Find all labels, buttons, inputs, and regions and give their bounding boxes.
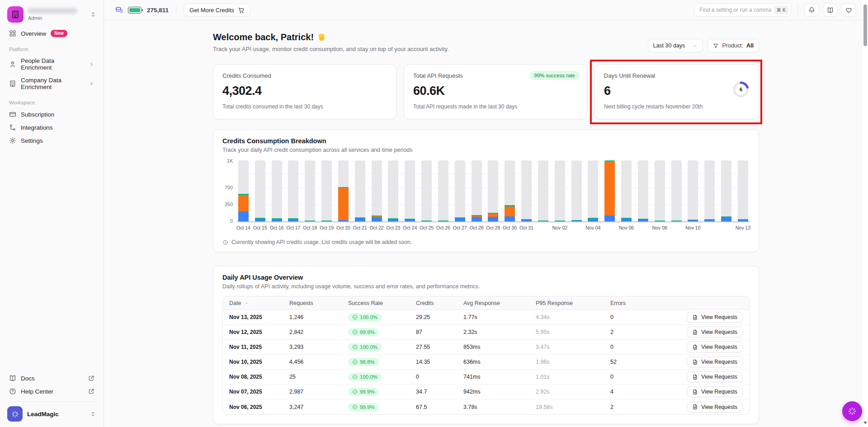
- section-label-workspace: Workspace: [5, 94, 98, 108]
- cell-errors: 0: [610, 314, 665, 320]
- chart-bar[interactable]: [571, 160, 582, 221]
- sidebar-item-subscription[interactable]: Subscription: [5, 108, 98, 121]
- bar-track: [305, 160, 315, 221]
- sidebar-item-company-data-enrichment[interactable]: Company Data Enrichment: [5, 74, 98, 93]
- scrollbar-thumb[interactable]: [863, 5, 867, 46]
- chart-bar[interactable]: Nov 02: [555, 160, 565, 221]
- chart-bar[interactable]: Oct 21: [355, 160, 365, 221]
- search-input[interactable]: [699, 7, 771, 13]
- check-circle-icon: [352, 329, 358, 335]
- cell-credits: 87: [416, 329, 463, 335]
- cell-p95-response: 19.58s: [536, 404, 610, 410]
- view-requests-button[interactable]: View Requests: [687, 312, 743, 323]
- get-more-credits-label: Get More Credits: [189, 7, 234, 14]
- view-requests-button[interactable]: View Requests: [687, 371, 743, 382]
- chart-bar[interactable]: Oct 14: [238, 160, 249, 221]
- sidebar-item-integrations[interactable]: Integrations: [5, 121, 98, 134]
- chart-bar[interactable]: Nov 13: [738, 160, 748, 221]
- chart-bar[interactable]: Oct 28: [472, 160, 482, 221]
- command-search[interactable]: ⌘ K: [694, 3, 791, 17]
- heart-icon: [845, 7, 852, 14]
- chevrons-up-down-icon: [90, 11, 96, 18]
- chart-bar[interactable]: Oct 25: [421, 160, 432, 221]
- chart-bar[interactable]: Oct 17: [288, 160, 298, 221]
- cell-avg-response: 741ms: [463, 374, 536, 380]
- check-circle-icon: [352, 359, 358, 365]
- chart-bar[interactable]: [538, 160, 548, 221]
- assistant-fab[interactable]: [842, 401, 862, 421]
- bar-track: [738, 160, 748, 221]
- chart-bar[interactable]: Oct 22: [372, 160, 382, 221]
- page-scrollbar[interactable]: [863, 0, 868, 427]
- account-switcher[interactable]: Admin: [5, 5, 98, 27]
- column-header-date[interactable]: Date: [229, 300, 289, 306]
- favorites-button[interactable]: [841, 3, 856, 17]
- chart-bar[interactable]: Oct 15: [255, 160, 265, 221]
- chart-bar[interactable]: Oct 29: [488, 160, 498, 221]
- chart-bar[interactable]: Oct 27: [455, 160, 465, 221]
- view-requests-button[interactable]: View Requests: [687, 386, 743, 397]
- docs-button[interactable]: [823, 3, 838, 17]
- cell-p95-response: 2.92s: [536, 389, 610, 395]
- chart-bar[interactable]: [638, 160, 648, 221]
- chart-bar[interactable]: Oct 19: [321, 160, 332, 221]
- date-range-select[interactable]: Last 30 days: [648, 39, 703, 52]
- chart-bar[interactable]: Oct 26: [438, 160, 448, 221]
- sidebar-item-label: Overview: [21, 30, 46, 37]
- date-range-value: Last 30 days: [653, 42, 685, 49]
- view-requests-button[interactable]: View Requests: [687, 402, 743, 413]
- cell-credits: 29.25: [416, 314, 463, 320]
- chart-bar[interactable]: [604, 160, 615, 221]
- chart-bar[interactable]: Nov 04: [588, 160, 598, 221]
- bars-area: Oct 14Oct 15Oct 16Oct 17Oct 18Oct 19Oct …: [238, 160, 748, 221]
- main-area: 275,811 Get More Credits ⌘ K: [104, 0, 868, 427]
- sidebar-item-docs[interactable]: Docs: [5, 372, 98, 385]
- sidebar-item-help-center[interactable]: Help Center: [5, 385, 98, 398]
- stat-value: 6: [604, 84, 750, 98]
- chart-bar[interactable]: Oct 18: [305, 160, 315, 221]
- sidebar-item-settings[interactable]: Settings: [5, 134, 98, 147]
- chart-bar[interactable]: Nov 10: [688, 160, 698, 221]
- cell-errors: 0: [610, 344, 665, 350]
- notifications-button[interactable]: [804, 3, 819, 17]
- chart-bar[interactable]: Oct 23: [388, 160, 398, 221]
- cell-requests: 3,247: [289, 404, 348, 410]
- scrollbar-down-arrow[interactable]: [863, 422, 867, 424]
- credits-battery-indicator: [128, 7, 142, 14]
- view-requests-button[interactable]: View Requests: [687, 342, 743, 352]
- cell-avg-response: 636ms: [463, 359, 536, 365]
- x-axis-label: Oct 22: [370, 225, 384, 230]
- x-axis-label: Oct 18: [303, 225, 317, 230]
- org-switcher[interactable]: LeadMagic: [5, 401, 98, 423]
- file-text-icon: [692, 404, 698, 410]
- view-requests-button[interactable]: View Requests: [687, 357, 743, 367]
- stat-card-days-until-renewal: Days Until Renewal 6 Next billing cycle …: [594, 64, 759, 119]
- chart-bar[interactable]: Oct 24: [405, 160, 415, 221]
- chart-bar[interactable]: Nov 08: [655, 160, 665, 221]
- chart-bar[interactable]: [721, 160, 731, 221]
- chart-bar[interactable]: [704, 160, 715, 221]
- product-filter[interactable]: Product: All: [708, 39, 759, 52]
- chart-bar[interactable]: Oct 30: [505, 160, 515, 221]
- cell-date: Nov 10, 2025: [229, 359, 289, 365]
- chart-bar[interactable]: Oct 20: [338, 160, 349, 221]
- cell-errors: 2: [610, 404, 665, 410]
- chart-bar[interactable]: Oct 31: [521, 160, 532, 221]
- stat-card-total-api-requests: Total API Requests 99% success rate 60.6…: [404, 64, 587, 119]
- chart-bar[interactable]: Nov 06: [621, 160, 632, 221]
- sparkles-icon: [848, 407, 857, 416]
- x-axis-label: Nov 04: [585, 225, 600, 230]
- info-icon: [222, 239, 228, 245]
- table-body: Nov 13, 20251,246100.0%29.251.77s4.34s0V…: [223, 310, 749, 414]
- cell-avg-response: 3.78s: [463, 404, 536, 410]
- view-requests-button[interactable]: View Requests: [687, 327, 743, 338]
- sidebar-item-overview[interactable]: Overview New: [5, 27, 98, 40]
- get-more-credits-button[interactable]: Get More Credits: [184, 4, 250, 17]
- chart-bar[interactable]: Oct 16: [272, 160, 282, 221]
- bar-track: [272, 160, 282, 221]
- sidebar-item-people-data-enrichment[interactable]: People Data Enrichment: [5, 55, 98, 74]
- chart-bar[interactable]: [671, 160, 682, 221]
- success-rate-badge: 100.0%: [348, 313, 382, 321]
- success-rate-badge: 99.9%: [348, 328, 379, 336]
- x-axis-label: Oct 17: [287, 225, 301, 230]
